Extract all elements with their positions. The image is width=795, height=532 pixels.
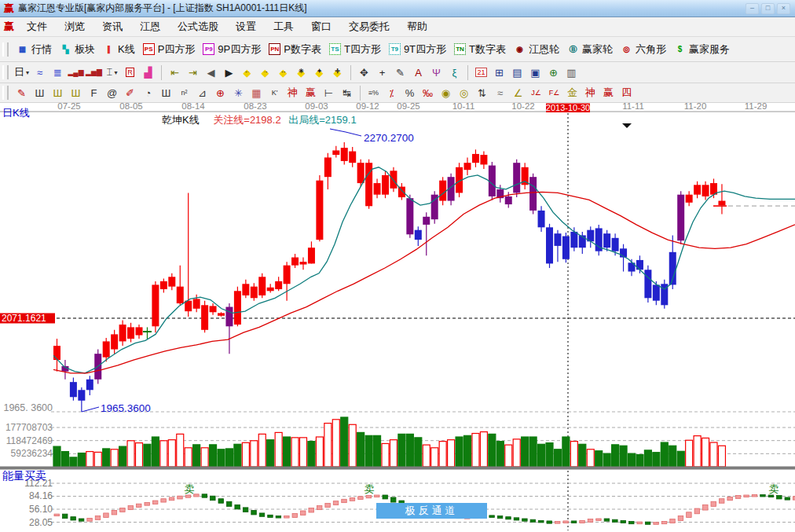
kline-button[interactable]: ∥K线	[103, 42, 135, 57]
gold-circle2-icon[interactable]: ◎	[456, 85, 472, 101]
menu-item-6[interactable]: 工具	[265, 20, 302, 34]
gann-grid1-icon[interactable]: Ш	[31, 85, 48, 101]
wave-fit-icon[interactable]: ≈	[492, 85, 508, 101]
p-square-button[interactable]: PSP四方形	[143, 42, 196, 57]
clock-cycle-icon[interactable]: ◔	[140, 85, 156, 101]
menu-item-2[interactable]: 资讯	[93, 20, 131, 34]
shen-fan-icon[interactable]: 神	[582, 85, 599, 101]
histogram-icon[interactable]: ▟	[140, 64, 156, 80]
last-bar-icon[interactable]: ⇥	[185, 64, 201, 80]
calendar-21-icon[interactable]: 21	[473, 64, 489, 80]
candle-body	[439, 181, 446, 201]
prev-bar-icon[interactable]: ◀	[203, 64, 219, 80]
volume-bar	[480, 432, 487, 467]
notes-icon[interactable]: ▤	[509, 64, 526, 80]
hat-tool-icon[interactable]: Ψ	[428, 64, 445, 80]
p9-square-button[interactable]: P99P四方形	[203, 42, 261, 57]
info-doc-icon[interactable]: ≣	[49, 64, 66, 80]
t-square-icon: TS	[329, 43, 341, 55]
zoom-right-icon[interactable]: ◆→	[257, 64, 273, 80]
menu-item-7[interactable]: 窗口	[302, 20, 340, 34]
zoom-in-icon[interactable]: ◆✦	[311, 64, 328, 80]
indicator-bar	[235, 504, 240, 509]
text-tool-icon[interactable]: A	[410, 64, 427, 80]
first-bar-icon[interactable]: ⇤	[167, 64, 183, 80]
si-fan-icon[interactable]: 四	[618, 85, 635, 101]
winner-wheel-button[interactable]: Ⓑ赢家轮	[567, 42, 613, 57]
channel-button[interactable]: 极反通道	[376, 503, 487, 519]
ying-fan-icon[interactable]: 赢	[600, 85, 617, 101]
menu-item-1[interactable]: 浏览	[56, 20, 93, 34]
draw-pen-icon[interactable]: ✎	[13, 85, 30, 101]
period-selector[interactable]: 日▾	[13, 64, 30, 80]
zoom-h-icon[interactable]: ◆↔	[275, 64, 291, 80]
k-prime-icon[interactable]: K'	[266, 85, 283, 101]
mark-pen-icon[interactable]: ✐	[122, 85, 138, 101]
next-bar-icon[interactable]: ▶	[221, 64, 237, 80]
zoom-left-icon[interactable]: ◆←	[239, 64, 255, 80]
network-icon[interactable]: ⊕	[545, 64, 562, 80]
menu-item-3[interactable]: 江恩	[131, 20, 169, 34]
trend-wave-icon[interactable]: ≈	[31, 64, 48, 80]
pen-tool-icon[interactable]: ✎	[392, 64, 408, 80]
knot-tool-icon[interactable]: ξ	[446, 64, 463, 80]
permille-icon[interactable]: ‰	[419, 85, 436, 101]
gann-gold2-icon[interactable]: Ш	[68, 85, 84, 101]
percent-icon[interactable]: %	[401, 85, 418, 101]
gold-fan-icon[interactable]: 金	[564, 85, 581, 101]
gann-f-icon[interactable]: F	[86, 85, 102, 101]
candle-style-icon[interactable]: ⌶▾	[104, 64, 120, 80]
maximize-button[interactable]: □	[761, 3, 775, 14]
kline-chart-canvas[interactable]: 07-2508-0508-1408-2309-0309-1209-2510-11…	[0, 103, 795, 532]
ying-tool-icon[interactable]: 赢	[302, 85, 319, 101]
market-grid-button[interactable]: ▦行情	[16, 42, 52, 57]
menu-item-8[interactable]: 交易委托	[340, 20, 398, 34]
star-rays-icon[interactable]: ✳	[230, 85, 247, 101]
shen-tool-icon[interactable]: 神	[284, 85, 301, 101]
indicator-bar	[95, 515, 101, 519]
price-levels-icon[interactable]: ≡%	[365, 85, 382, 101]
volume-bar	[185, 448, 192, 467]
menu-item-9[interactable]: 帮助	[398, 20, 436, 34]
gold-angle-icon[interactable]: ∠	[510, 85, 526, 101]
menu-item-4[interactable]: 公式选股	[169, 20, 227, 34]
minimize-button[interactable]: –	[746, 3, 759, 14]
comb-icon[interactable]: Ш	[158, 85, 174, 101]
hexagon-button[interactable]: ◎六角形	[621, 42, 666, 57]
circle-cross-icon[interactable]: ⊕	[212, 85, 229, 101]
angle-icon[interactable]: ⊿	[194, 85, 211, 101]
t-square-button[interactable]: TST四方形	[329, 42, 381, 57]
updown-icon[interactable]: ⇅	[474, 85, 490, 101]
span-arrow-icon[interactable]: ↹	[339, 85, 355, 101]
percent-line-icon[interactable]: ⁒	[383, 85, 400, 101]
t-number-button[interactable]: TNT数字表	[454, 42, 506, 57]
zoom-all-icon[interactable]: ◆✳	[293, 64, 310, 80]
chart-area[interactable]: 07-2508-0508-1408-2309-0309-1209-2510-11…	[0, 103, 795, 532]
close-button[interactable]: ×	[777, 3, 790, 14]
gann-gold1-icon[interactable]: Ш	[49, 85, 66, 101]
j-angle-icon[interactable]: J∠	[528, 85, 544, 101]
menu-item-5[interactable]: 设置	[227, 20, 265, 34]
save-icon[interactable]: ▣	[527, 64, 544, 80]
date-tick: 08-23	[244, 103, 266, 111]
grid-box-icon[interactable]: ▦	[248, 85, 265, 101]
p-number-button[interactable]: PNP数字表	[269, 42, 321, 57]
menu-item-0[interactable]: 文件	[18, 20, 56, 34]
gann-wheel-button[interactable]: ◉江恩轮	[514, 42, 559, 57]
t9-square-button[interactable]: T99T四方形	[389, 42, 446, 57]
f-angle-icon[interactable]: F∠	[546, 85, 562, 101]
zoom-out-icon[interactable]: ◆✛	[329, 64, 346, 80]
sector-blocks-button[interactable]: ▚板块	[60, 42, 95, 57]
n-square-icon[interactable]: n²	[176, 85, 192, 101]
restoration-icon[interactable]: R	[122, 64, 138, 80]
calculator-icon[interactable]: ⊞	[491, 64, 507, 80]
crosshair-tool-icon[interactable]: +	[374, 64, 390, 80]
spiral-icon[interactable]: @	[104, 85, 120, 101]
bars-3-icon[interactable]: ▂▄▆	[68, 64, 84, 80]
gold-circle1-icon[interactable]: ◉	[438, 85, 454, 101]
print-icon[interactable]: ▥	[563, 64, 580, 80]
hand-tool-icon[interactable]: ✥	[356, 64, 372, 80]
ruler-icon[interactable]: ⊢	[321, 85, 337, 101]
bars-9-icon[interactable]: ▂▅▇	[86, 64, 102, 80]
winner-service-button[interactable]: $赢家服务	[674, 42, 730, 57]
